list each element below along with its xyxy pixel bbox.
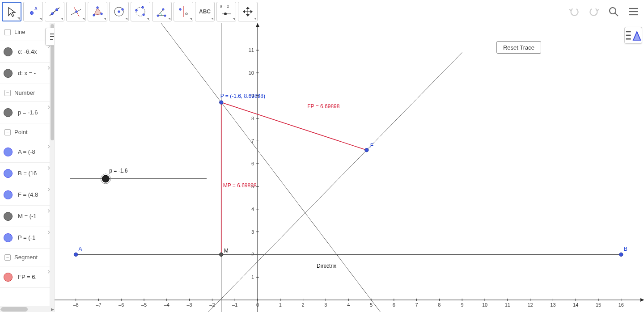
- svg-point-10: [101, 13, 102, 14]
- svg-text:M: M: [224, 248, 229, 254]
- svg-text:10: 10: [482, 302, 487, 308]
- tool-angle[interactable]: [152, 2, 172, 21]
- svg-point-15: [136, 9, 137, 11]
- algebra-item[interactable]: M = (-1✕: [0, 206, 54, 227]
- svg-point-25: [224, 13, 227, 15]
- point[interactable]: [365, 148, 369, 152]
- svg-point-16: [142, 6, 144, 8]
- visibility-dot[interactable]: [4, 47, 13, 56]
- svg-line-112: [121, 23, 485, 312]
- svg-line-29: [615, 13, 618, 16]
- visibility-dot[interactable]: [4, 108, 13, 117]
- vertical-scrollbar[interactable]: [50, 23, 54, 306]
- algebra-item[interactable]: FP = 6.✕: [0, 266, 54, 288]
- object-label: p = -1.6: [18, 109, 38, 116]
- graphics-view[interactable]: –8–7–6–5–4–3–2–1012345678910111213141516…: [55, 23, 644, 312]
- tool-move-view[interactable]: [238, 2, 258, 21]
- tool-perpendicular[interactable]: [66, 2, 86, 21]
- collapse-icon: −: [4, 129, 11, 135]
- undo-icon[interactable]: [567, 2, 581, 21]
- svg-text:16: 16: [619, 302, 624, 308]
- svg-text:11: 11: [249, 47, 254, 53]
- tool-circle-3pts[interactable]: [131, 2, 150, 21]
- svg-point-28: [610, 8, 616, 14]
- group-head[interactable]: −Segment: [0, 249, 54, 266]
- tool-move[interactable]: [2, 2, 21, 21]
- svg-text:B: B: [624, 246, 627, 252]
- horizontal-scrollbar[interactable]: ◀▶: [0, 306, 54, 312]
- tool-reflect[interactable]: [174, 2, 193, 21]
- visibility-dot[interactable]: [4, 273, 13, 282]
- svg-point-17: [143, 13, 144, 15]
- redo-icon[interactable]: [587, 2, 601, 21]
- svg-text:MP = 6.69898: MP = 6.69898: [223, 182, 257, 189]
- slider-tool-label: a = 2: [220, 4, 229, 8]
- point[interactable]: [619, 253, 623, 256]
- slider-label: p = -1.6: [109, 168, 127, 174]
- object-label: FP = 6.: [18, 274, 37, 280]
- svg-line-2: [50, 8, 59, 16]
- visibility-dot[interactable]: [4, 169, 13, 178]
- group-label: Number: [14, 89, 35, 96]
- svg-text:–2: –2: [209, 302, 215, 308]
- svg-text:5: 5: [370, 302, 373, 308]
- algebra-item[interactable]: p = -1.6✕: [0, 102, 54, 123]
- svg-text:6: 6: [393, 302, 395, 308]
- toolbar-right: [567, 2, 640, 21]
- tool-line[interactable]: [45, 2, 64, 21]
- collapse-icon: −: [4, 90, 11, 96]
- toolbar: A ABC a = 2: [0, 0, 644, 23]
- tool-slider[interactable]: a = 2: [216, 2, 236, 21]
- slider-handle[interactable]: [102, 175, 109, 182]
- svg-text:6: 6: [251, 161, 254, 166]
- svg-line-113: [167, 52, 462, 312]
- svg-text:13: 13: [550, 302, 555, 308]
- svg-point-0: [30, 11, 34, 14]
- algebra-sort-button[interactable]: [45, 28, 55, 46]
- algebra-item[interactable]: P = (-1✕: [0, 227, 54, 249]
- stylebar-button[interactable]: [624, 27, 642, 44]
- tool-text[interactable]: ABC: [195, 2, 215, 21]
- svg-point-4: [56, 8, 58, 11]
- graphics-svg: –8–7–6–5–4–3–2–1012345678910111213141516…: [55, 23, 644, 312]
- search-icon[interactable]: [606, 2, 621, 21]
- svg-text:8: 8: [251, 116, 254, 121]
- svg-point-12: [118, 10, 120, 12]
- svg-line-115: [221, 102, 367, 150]
- svg-text:–1: –1: [232, 302, 237, 308]
- algebra-item[interactable]: B = (16✕: [0, 163, 54, 184]
- visibility-dot[interactable]: [4, 233, 13, 242]
- object-label: d: x = -: [18, 70, 36, 76]
- svg-text:3: 3: [324, 302, 327, 308]
- svg-text:–4: –4: [164, 302, 169, 308]
- algebra-panel: −Linec: -6.4x✕d: x = -✕−Numberp = -1.6✕−…: [0, 23, 55, 312]
- svg-point-19: [164, 15, 166, 17]
- object-label: M = (-1: [18, 213, 37, 219]
- reset-trace-button[interactable]: Reset Trace: [496, 41, 541, 54]
- tool-polygon[interactable]: [88, 2, 107, 21]
- visibility-dot[interactable]: [4, 190, 13, 199]
- object-label: A = (-8: [18, 148, 35, 155]
- algebra-item[interactable]: F = (4.8✕: [0, 184, 54, 206]
- algebra-item[interactable]: A = (-8✕: [0, 141, 54, 163]
- tool-circle-center[interactable]: [109, 2, 129, 21]
- menu-icon[interactable]: [626, 2, 640, 21]
- object-label: B = (16: [18, 170, 37, 177]
- tool-point[interactable]: A: [23, 2, 43, 21]
- group-head[interactable]: −Number: [0, 84, 54, 102]
- algebra-item[interactable]: d: x = -✕: [0, 63, 54, 84]
- svg-text:14: 14: [573, 302, 578, 308]
- point[interactable]: [220, 101, 223, 104]
- group-head[interactable]: −Point: [0, 123, 54, 141]
- svg-point-20: [162, 8, 164, 10]
- svg-text:–7: –7: [96, 302, 101, 308]
- point[interactable]: [74, 253, 77, 256]
- svg-text:–8: –8: [73, 302, 78, 308]
- svg-point-13: [122, 8, 123, 10]
- group-label: Point: [14, 129, 28, 135]
- visibility-dot[interactable]: [4, 69, 13, 78]
- svg-point-7: [76, 10, 77, 12]
- visibility-dot[interactable]: [4, 148, 13, 156]
- point[interactable]: [220, 253, 223, 256]
- visibility-dot[interactable]: [4, 212, 13, 221]
